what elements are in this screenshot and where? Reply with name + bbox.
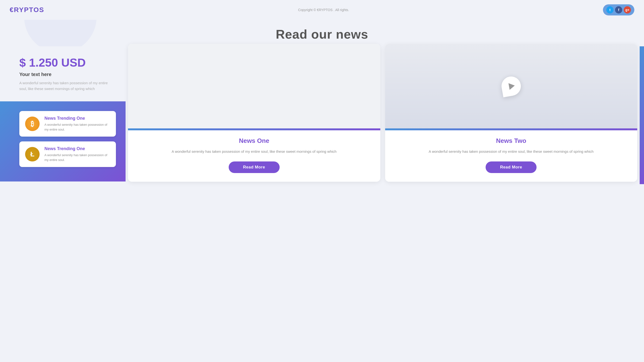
trending-desc-2: A wonderful serenity has taken possessio… <box>44 153 110 162</box>
news-card-2-desc: A wonderful serenity has taken possessio… <box>428 148 594 155</box>
trending-info-1: News Trending One A wonderful serenity h… <box>44 116 110 132</box>
news-card-1-image <box>128 44 380 128</box>
right-blue-strip <box>640 46 644 184</box>
price-display: $ 1.250 USD <box>19 56 111 69</box>
trending-info-2: News Trending One A wonderful serenity h… <box>44 146 110 162</box>
news-card-2-accent <box>385 128 638 130</box>
facebook-icon[interactable]: f <box>615 6 622 13</box>
logo: €RYPTOS <box>10 6 44 14</box>
news-card-2-body: News Two A wonderful serenity has taken … <box>385 130 638 182</box>
left-panel: $ 1.250 USD Your text here A wonderful s… <box>0 46 126 184</box>
read-more-button-2[interactable]: Read More <box>486 161 536 173</box>
left-bottom-section: ₿ News Trending One A wonderful serenity… <box>0 101 126 181</box>
left-top-section: $ 1.250 USD Your text here A wonderful s… <box>0 46 126 101</box>
trending-card-2: Ł News Trending One A wonderful serenity… <box>19 141 116 167</box>
trending-desc-1: A wonderful serenity has taken possessio… <box>44 122 110 132</box>
news-card-2: News Two A wonderful serenity has taken … <box>385 44 638 182</box>
trending-title-2: News Trending One <box>44 146 110 151</box>
read-more-button-1[interactable]: Read More <box>229 161 280 173</box>
news-card-1: News One A wonderful serenity has taken … <box>128 44 380 182</box>
news-card-2-image <box>385 44 638 128</box>
description-text: A wonderful serenity has taken possessio… <box>19 80 111 92</box>
google-icon[interactable]: g+ <box>624 6 631 13</box>
news-card-1-desc: A wonderful serenity has taken possessio… <box>172 148 336 155</box>
copyright-text: Copyright © €RYPTOS . All rights. <box>298 8 349 12</box>
trending-card-1: ₿ News Trending One A wonderful serenity… <box>19 111 116 137</box>
page-title-section: Read our news <box>0 20 644 46</box>
news-card-1-title: News One <box>239 137 269 145</box>
news-card-1-body: News One A wonderful serenity has taken … <box>128 130 380 182</box>
page-title: Read our news <box>0 27 644 41</box>
header: €RYPTOS Copyright © €RYPTOS . All rights… <box>0 0 644 20</box>
twitter-icon[interactable]: t <box>606 6 614 13</box>
litecoin-icon: Ł <box>25 147 40 161</box>
news-card-1-accent <box>128 128 380 130</box>
news-card-2-title: News Two <box>496 137 526 145</box>
social-icons-group: t f g+ <box>603 4 634 15</box>
news-cards-area: News One A wonderful serenity has taken … <box>126 46 644 184</box>
trending-title-1: News Trending One <box>44 116 110 121</box>
main-content: $ 1.250 USD Your text here A wonderful s… <box>0 46 644 184</box>
subtitle-text: Your text here <box>19 72 111 77</box>
play-button[interactable] <box>500 75 522 97</box>
bitcoin-icon: ₿ <box>25 117 40 131</box>
